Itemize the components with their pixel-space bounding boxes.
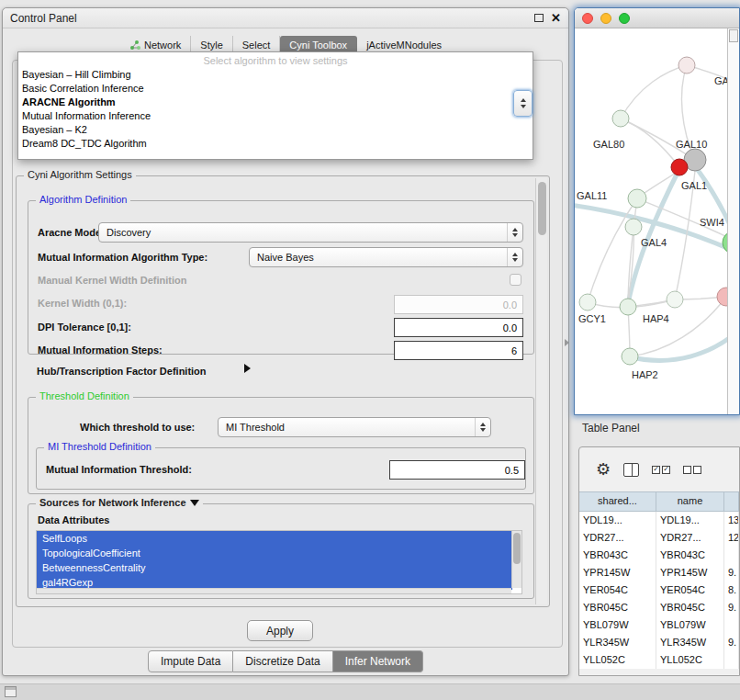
network-node-hap2[interactable] <box>622 348 638 365</box>
network-node-hap4[interactable] <box>620 299 636 315</box>
network-graph[interactable]: GAL80 GAL10 GAL11 GAL1 SWI4 GAL4 GCY1 HA… <box>575 28 729 415</box>
collapse-arrow-icon[interactable] <box>190 500 199 506</box>
node-label: GAL10 <box>676 139 707 150</box>
node-label: GAL11 <box>577 190 607 201</box>
network-vertical-scrollbar[interactable] <box>727 28 739 414</box>
network-canvas[interactable]: GAL80 GAL10 GAL11 GAL1 SWI4 GAL4 GCY1 HA… <box>575 28 729 415</box>
network-scrollbar-button[interactable] <box>729 29 738 42</box>
kernel-width-field: 0.0 <box>394 295 523 314</box>
control-panel-titlebar[interactable]: Control Panel ✕ <box>3 8 568 28</box>
tab-infer-network[interactable]: Infer Network <box>333 650 423 672</box>
network-node[interactable] <box>612 110 629 127</box>
data-attributes-label: Data Attributes <box>38 514 109 525</box>
settings-scrollbar-thumb[interactable] <box>538 182 546 235</box>
table-row[interactable]: YPR145W YPR145W 9. <box>579 564 739 581</box>
table-row[interactable]: YBR045C YBR045C 9. <box>579 599 739 616</box>
tab-cyni-toolbox-label: Cyni Toolbox <box>289 40 347 51</box>
tab-discretize-data[interactable]: Discretize Data <box>233 650 332 672</box>
panel-resize-handle[interactable] <box>565 339 569 346</box>
attribute-item[interactable]: TopologicalCoefficient <box>37 546 512 560</box>
dropdown-item[interactable]: Dream8 DC_TDC Algorithm <box>18 137 533 151</box>
manual-kernel-checkbox[interactable] <box>510 274 521 286</box>
expand-arrow-icon[interactable] <box>244 364 251 373</box>
data-attributes-list: SelfLoops TopologicalCoefficient Between… <box>36 530 522 594</box>
minimize-traffic-light[interactable] <box>600 13 611 24</box>
network-tab-icon <box>129 40 140 51</box>
mi-type-label: Mutual Information Algorithm Type: <box>38 252 207 263</box>
column-header[interactable] <box>724 492 739 511</box>
table-cell: YDR27... <box>579 529 656 547</box>
tab-impute-data[interactable]: Impute Data <box>148 650 233 672</box>
algorithm-combobox-stepper[interactable] <box>513 90 533 117</box>
dropdown-item[interactable]: Basic Correlation Inference <box>18 82 533 96</box>
node-table: shared... name YDL19... YDL19... 13 YDR2… <box>579 491 739 669</box>
attribute-item[interactable]: BetweennessCentrality <box>37 560 512 575</box>
close-traffic-light[interactable] <box>582 13 593 24</box>
attribute-item[interactable]: SelfLoops <box>37 531 512 546</box>
dropdown-item-selected[interactable]: ARACNE Algorithm <box>18 96 533 109</box>
manual-kernel-label: Manual Kernel Width Definition <box>38 275 186 286</box>
column-header[interactable]: name <box>656 492 724 511</box>
deselect-all-icon[interactable] <box>683 466 701 474</box>
table-cell: YBL079W <box>656 616 724 634</box>
network-view-window: GAL80 GAL10 GAL11 GAL1 SWI4 GAL4 GCY1 HA… <box>574 7 740 415</box>
table-row[interactable]: YER054C YER054C 8. <box>579 581 739 599</box>
dropdown-item[interactable]: Mutual Information Inference <box>18 109 533 123</box>
table-cell: YLR345W <box>656 634 724 651</box>
table-cell: YPR145W <box>579 564 656 581</box>
node-label: HAP2 <box>632 369 658 380</box>
panel-dock-icon[interactable] <box>5 686 17 697</box>
table-row[interactable]: YBR043C YBR043C <box>579 547 739 564</box>
dpi-tolerance-field[interactable]: 0.0 <box>394 318 523 337</box>
table-row[interactable]: YDR27... YDR27... 12 <box>579 529 739 547</box>
gear-icon[interactable]: ⚙ <box>596 461 611 478</box>
column-browser-icon[interactable] <box>623 463 639 477</box>
mi-threshold-group-title: MI Threshold Definition <box>44 441 155 452</box>
table-row[interactable]: YLL052C YLL052C <box>579 651 739 669</box>
dropdown-item[interactable]: Bayesian – K2 <box>18 123 533 137</box>
mi-steps-field[interactable]: 6 <box>394 341 523 360</box>
stepper-icon <box>475 418 490 436</box>
list-scrollbar-thumb[interactable] <box>513 533 521 564</box>
aracne-mode-select[interactable]: Discovery <box>98 222 523 243</box>
table-cell: YLL052C <box>656 651 724 669</box>
mi-threshold-field[interactable]: 0.5 <box>389 460 525 480</box>
dropdown-item[interactable]: Bayesian – Hill Climbing <box>18 68 533 82</box>
network-node-gal4[interactable] <box>625 219 642 235</box>
list-horizontal-scrollbar[interactable] <box>37 588 511 593</box>
tab-discretize-data-label: Discretize Data <box>245 655 320 668</box>
table-row[interactable]: YLR345W YLR345W 9. <box>579 634 739 651</box>
network-node[interactable] <box>667 291 683 308</box>
settings-scrollbar[interactable] <box>535 178 547 604</box>
network-window-titlebar[interactable] <box>575 8 739 28</box>
node-label: SWI4 <box>700 217 724 228</box>
table-panel-title: Table Panel <box>582 422 640 435</box>
apply-button-label: Apply <box>266 625 294 638</box>
column-header[interactable]: shared... <box>579 492 656 511</box>
select-all-icon[interactable] <box>652 466 670 474</box>
apply-button[interactable]: Apply <box>247 620 313 641</box>
table-row[interactable]: YBL079W YBL079W <box>579 616 739 634</box>
network-node-gal11[interactable] <box>628 189 646 208</box>
tab-infer-network-label: Infer Network <box>345 655 410 668</box>
zoom-traffic-light[interactable] <box>619 13 630 24</box>
which-threshold-select[interactable]: MI Threshold <box>218 417 491 437</box>
table-cell: 9. <box>724 564 739 581</box>
algorithm-definition-group: Algorithm Definition Aracne Mode: Discov… <box>28 200 534 355</box>
table-cell: 8. <box>724 581 739 599</box>
close-icon[interactable]: ✕ <box>551 12 561 24</box>
table-cell: YDR27... <box>656 529 724 547</box>
table-cell: 9. <box>724 599 739 616</box>
settings-group-title: Cyni Algorithm Settings <box>24 169 136 180</box>
table-row[interactable]: YDL19... YDL19... 13 <box>579 512 739 529</box>
list-vertical-scrollbar[interactable] <box>511 531 521 588</box>
control-panel-window: Control Panel ✕ Network Style Select Cyn… <box>2 7 569 676</box>
node-label: GCY1 <box>578 313 606 324</box>
network-node[interactable] <box>678 57 695 73</box>
network-node-selected[interactable] <box>671 159 688 175</box>
which-threshold-value: MI Threshold <box>226 422 285 433</box>
network-node-gcy1[interactable] <box>579 294 596 310</box>
sources-group-title: Sources for Network Inference <box>39 497 186 508</box>
mi-type-select[interactable]: Naive Bayes <box>249 247 523 267</box>
float-window-icon[interactable] <box>534 14 544 22</box>
